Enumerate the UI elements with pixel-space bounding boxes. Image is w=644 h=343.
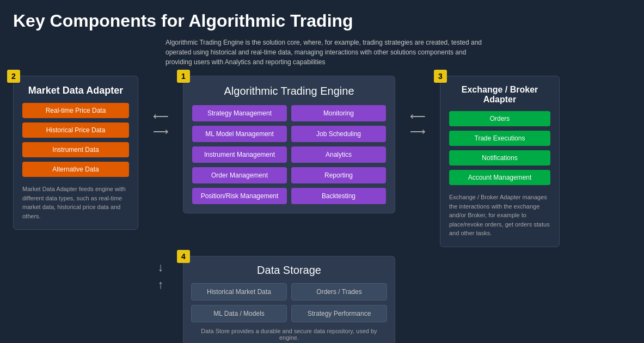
orders-trades-btn[interactable]: Orders / Trades [291, 283, 387, 301]
strategy-management-btn[interactable]: Strategy Management [192, 105, 287, 121]
alternative-data-btn[interactable]: Alternative Data [22, 162, 129, 177]
engine-box: 1 Algorithmic Trading Engine Strategy Ma… [183, 76, 395, 213]
analytics-btn[interactable]: Analytics [291, 146, 386, 163]
storage-footer: Data Store provides a durable and secure… [191, 328, 387, 341]
orders-btn[interactable]: Orders [449, 111, 550, 126]
badge-4: 4 [177, 250, 190, 263]
monitoring-btn[interactable]: Monitoring [291, 105, 386, 121]
storage-box: 4 Data Storage Historical Market Data Or… [183, 256, 395, 344]
badge-3: 3 [434, 70, 447, 83]
instrument-data-btn[interactable]: Instrument Data [22, 142, 129, 157]
page-title: Key Components for Algorithmic Trading [13, 11, 631, 31]
job-scheduling-btn[interactable]: Job Scheduling [291, 126, 386, 142]
broker-footer: Exchange / Broker Adapter manages the in… [449, 193, 550, 238]
arrow-right-icon: ⟶ [153, 124, 169, 139]
historical-market-btn[interactable]: Historical Market Data [191, 283, 287, 301]
reporting-btn[interactable]: Reporting [291, 167, 386, 183]
bottom-section: ↓ ↑ 4 Data Storage Historical Market Dat… [13, 256, 631, 344]
storage-title: Data Storage [191, 264, 387, 277]
broker-box: 3 Exchange / Broker Adapter Orders Trade… [440, 76, 560, 247]
vertical-arrow-area: ↓ ↑ [147, 256, 174, 291]
storage-wrapper: 4 Data Storage Historical Market Data Or… [183, 256, 395, 344]
broker-title: Exchange / Broker Adapter [449, 85, 550, 105]
page-description: Algorithmic Trading Engine is the soluti… [165, 38, 492, 67]
main-layout: 2 Market Data Adapter Real-time Price Da… [13, 76, 631, 247]
account-mgmt-btn[interactable]: Account Management [449, 170, 550, 185]
left-right-arrow: ⟵ ⟶ [147, 76, 174, 139]
market-footer: Market Data Adapter feeds engine with di… [22, 185, 129, 220]
market-data-title: Market Data Adapter [22, 85, 129, 96]
engine-grid: Strategy Management Monitoring ML Model … [192, 105, 386, 204]
backtesting-btn[interactable]: Backtesting [291, 188, 386, 204]
strategy-perf-btn[interactable]: Strategy Performance [291, 305, 387, 322]
instrument-mgmt-btn[interactable]: Instrument Management [192, 146, 287, 163]
ml-data-models-btn[interactable]: ML Data / Models [191, 305, 287, 322]
badge-1: 1 [177, 70, 190, 83]
storage-grid: Historical Market Data Orders / Trades M… [191, 283, 387, 322]
down-arrow-icon: ↓ [158, 261, 164, 273]
arrow-left-icon: ⟵ [153, 108, 169, 124]
badge-2: 2 [7, 70, 20, 83]
engine-title: Algorithmic Trading Engine [192, 85, 386, 97]
market-data-box: 2 Market Data Adapter Real-time Price Da… [13, 76, 138, 230]
position-risk-btn[interactable]: Position/Risk Management [192, 188, 287, 204]
right-left-arrow: ⟵ ⟶ [404, 76, 431, 139]
up-arrow-icon: ↑ [158, 279, 164, 291]
ml-model-btn[interactable]: ML Model Management [192, 126, 287, 142]
historical-price-btn[interactable]: Historical Price Data [22, 122, 129, 138]
arrow-left2-icon: ⟵ [410, 108, 426, 124]
real-time-price-btn[interactable]: Real-time Price Data [22, 103, 129, 118]
arrow-right2-icon: ⟶ [410, 124, 426, 139]
notifications-btn[interactable]: Notifications [449, 150, 550, 166]
trade-exec-btn[interactable]: Trade Executions [449, 131, 550, 146]
order-mgmt-btn[interactable]: Order Management [192, 167, 287, 183]
